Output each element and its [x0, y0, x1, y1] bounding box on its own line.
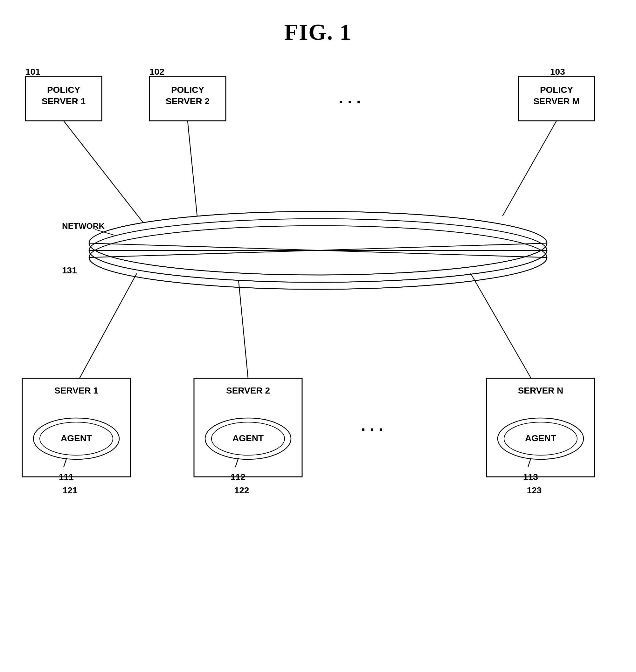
page-title: FIG. 1	[0, 0, 636, 45]
policy-server-m-label2: SERVER M	[533, 96, 580, 106]
agent-2-label: AGENT	[233, 433, 264, 443]
network-to-s2	[239, 280, 248, 378]
network-ellipse-1	[89, 211, 547, 275]
server-1-label: SERVER 1	[54, 386, 98, 395]
network-to-sn	[471, 273, 531, 378]
server-n-label: SERVER N	[518, 386, 563, 395]
server-1-id: 121	[63, 485, 78, 495]
network-label: NETWORK	[62, 221, 105, 231]
agent-n-label: AGENT	[525, 433, 556, 443]
agent-2-id: 112	[231, 472, 245, 482]
ps2-to-network	[187, 121, 197, 216]
server-2-id: 122	[234, 485, 249, 495]
policy-server-m-label1: POLICY	[540, 85, 573, 95]
policy-server-m-id: 103	[550, 67, 565, 77]
policy-server-2-label2: SERVER 2	[166, 96, 210, 106]
policy-servers-ellipsis: . . .	[339, 89, 361, 107]
policy-server-1-label2: SERVER 1	[42, 96, 85, 106]
agent-1-label: AGENT	[61, 433, 92, 443]
psm-to-network	[502, 121, 557, 216]
server-n-id: 123	[527, 485, 542, 495]
diagram: POLICY SERVER 1 101 POLICY SERVER 2 102 …	[0, 44, 636, 664]
ps1-to-network	[64, 121, 143, 223]
agent-1-id: 111	[59, 472, 74, 482]
network-id: 131	[62, 265, 77, 275]
policy-server-1-id: 101	[25, 67, 40, 77]
policy-server-1-label1: POLICY	[47, 85, 80, 95]
policy-server-2-id: 102	[150, 67, 164, 77]
policy-server-2-label1: POLICY	[171, 85, 204, 95]
agent-n-id: 113	[523, 472, 538, 482]
network-to-s1	[79, 273, 137, 378]
servers-ellipsis: . . .	[361, 416, 383, 434]
server-2-label: SERVER 2	[226, 386, 270, 395]
